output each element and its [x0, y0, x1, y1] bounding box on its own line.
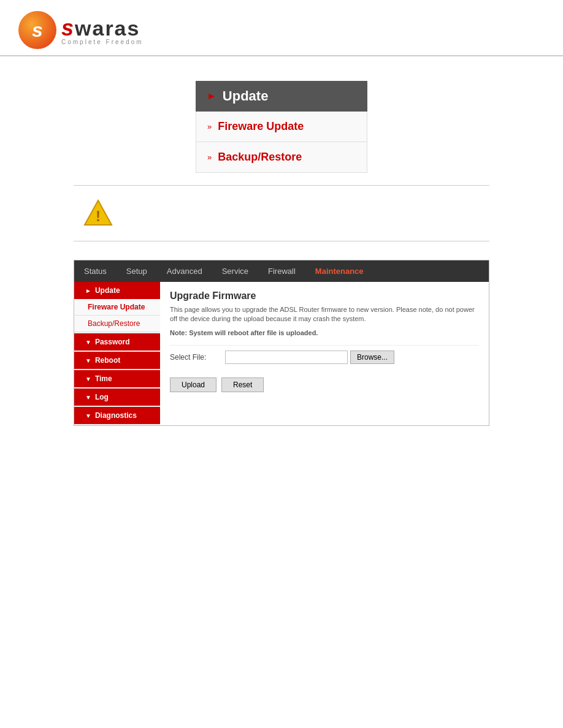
file-input[interactable]	[225, 351, 348, 364]
sidebar-header-update[interactable]: ► Update	[74, 282, 160, 299]
sidebar-label-time: Time	[95, 374, 112, 383]
sidebar-arrow-log: ▼	[85, 394, 91, 401]
upload-button[interactable]: Upload	[170, 377, 216, 392]
sidebar-arrow-reboot: ▼	[85, 357, 91, 364]
sidebar-arrow-password: ▼	[85, 339, 91, 346]
content-note-text: Note: System will reboot after file is u…	[170, 329, 318, 336]
sidebar-subitem-backup[interactable]: Backup/Restore	[74, 316, 160, 332]
nav-item-setup[interactable]: Setup	[117, 260, 157, 282]
warning-section: !	[74, 185, 489, 241]
logo-brand: swaras	[61, 15, 144, 41]
router-body: ► Update Fireware Update Backup/Restore …	[74, 282, 489, 425]
sidebar: ► Update Fireware Update Backup/Restore …	[74, 282, 160, 425]
content-title: Upgrade Firmware	[170, 290, 479, 301]
nav-item-maintenance[interactable]: Maintenance	[305, 260, 373, 282]
large-menu-header: ► Update	[196, 81, 367, 112]
sidebar-header-password[interactable]: ▼ Password	[74, 333, 160, 351]
router-ui: Status Setup Advanced Service Firewall M…	[74, 260, 489, 426]
logo-icon: s	[18, 11, 56, 49]
large-menu-header-title: Update	[223, 88, 269, 104]
menu-header-arrow-icon: ►	[207, 91, 216, 102]
sidebar-label-diagnostics: Diagnostics	[95, 411, 137, 420]
large-menu-section: ► Update » Fireware Update » Backup/Rest…	[0, 56, 563, 185]
nav-item-firewall[interactable]: Firewall	[258, 260, 305, 282]
logo: s swaras Complete Freedom	[18, 11, 545, 49]
main-content: Upgrade Firmware This page allows you to…	[160, 282, 489, 425]
sidebar-header-diagnostics[interactable]: ▼ Diagnostics	[74, 407, 160, 424]
header: s swaras Complete Freedom	[0, 0, 563, 56]
sidebar-arrow-diagnostics: ▼	[85, 412, 91, 419]
logo-s-letter: s	[32, 19, 43, 42]
sidebar-subitem-firmware[interactable]: Fireware Update	[74, 299, 160, 316]
sidebar-header-time[interactable]: ▼ Time	[74, 370, 160, 387]
svg-text:!: !	[96, 208, 101, 224]
sidebar-label-password: Password	[95, 338, 130, 346]
sidebar-section-update: ► Update Fireware Update Backup/Restore	[74, 282, 160, 332]
action-row: Upload Reset	[170, 377, 479, 392]
menu-item-arrow-icon-2: »	[207, 153, 212, 162]
select-file-label: Select File:	[170, 353, 225, 362]
sidebar-label-update: Update	[95, 286, 120, 295]
large-menu-item-firmware-label: Fireware Update	[218, 120, 304, 133]
nav-item-service[interactable]: Service	[212, 260, 258, 282]
sidebar-label-log: Log	[95, 393, 109, 401]
reset-button[interactable]: Reset	[221, 377, 264, 392]
large-menu-panel: ► Update » Fireware Update » Backup/Rest…	[196, 81, 367, 173]
file-select-row: Select File: Browse...	[170, 345, 479, 369]
warning-icon: !	[83, 198, 113, 229]
content-note: Note: System will reboot after file is u…	[170, 329, 479, 336]
nav-item-status[interactable]: Status	[74, 260, 117, 282]
sidebar-arrow-time: ▼	[85, 376, 91, 382]
browse-button[interactable]: Browse...	[350, 351, 394, 364]
large-menu-item-firmware[interactable]: » Fireware Update	[196, 112, 367, 142]
logo-text: swaras Complete Freedom	[61, 15, 144, 45]
sidebar-header-reboot[interactable]: ▼ Reboot	[74, 352, 160, 369]
nav-item-advanced[interactable]: Advanced	[157, 260, 212, 282]
logo-tagline: Complete Freedom	[61, 39, 144, 45]
sidebar-arrow-update: ►	[85, 287, 91, 294]
large-menu-item-backup-label: Backup/Restore	[218, 151, 302, 164]
large-menu-item-backup[interactable]: » Backup/Restore	[196, 142, 367, 173]
sidebar-label-reboot: Reboot	[95, 356, 120, 365]
content-description: This page allows you to upgrade the ADSL…	[170, 305, 479, 324]
menu-item-arrow-icon-1: »	[207, 122, 212, 131]
nav-bar: Status Setup Advanced Service Firewall M…	[74, 260, 489, 282]
sidebar-header-log[interactable]: ▼ Log	[74, 389, 160, 406]
